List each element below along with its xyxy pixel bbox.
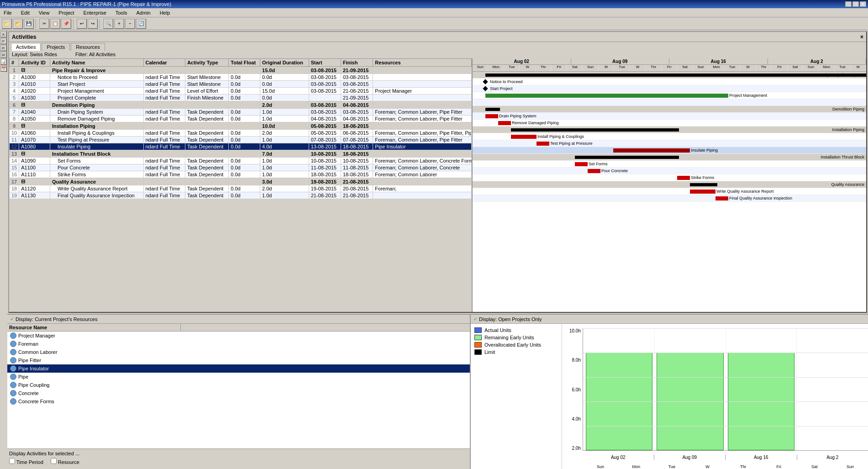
toolbar-copy[interactable]: 📋 [50,19,60,29]
toolbar-new[interactable]: 📁 [2,19,12,29]
resource-list-item[interactable]: Common Laborer [7,348,470,356]
row-num: 17 [10,178,19,185]
sidebar-wbs-icon[interactable]: W [0,52,7,58]
table-container[interactable]: # Activity ID Activity Name Calendar Act… [9,58,472,312]
panel-close-button[interactable]: × [860,34,863,40]
sidebar-reports-icon[interactable]: 📊 [0,58,7,65]
toolbar-undo[interactable]: ↩ [77,19,87,29]
toolbar-redo[interactable]: ↪ [88,19,98,29]
table-row[interactable]: 8 A1050 Remove Damaged Piping ndard Full… [10,116,472,122]
gantt-chart-row: Project Complete [473,99,866,106]
col-float[interactable]: Total Float [229,59,260,67]
y-label-4: 4.0h [572,416,581,422]
table-row[interactable]: 16 A1110 Strike Forms ndard Full Time Ta… [10,171,472,178]
gantt-day-label: Sat [567,65,583,71]
sidebar-gantt-icon[interactable]: 📅 [0,65,7,72]
sidebar-activities-icon[interactable]: A [0,31,7,37]
resource-icon [10,390,16,396]
row-activity-name: Drain Piping System [50,109,143,116]
toolbar-zoom-in[interactable]: + [114,19,124,29]
row-finish: 03-08-2015 [341,74,373,81]
tab-activities[interactable]: Activities [11,43,41,51]
resource-list-item[interactable]: Pipe Insulator [7,364,470,373]
gantt-task-label: Pour Concrete [601,169,628,173]
gantt-summary-bar [511,128,679,132]
menu-enterprise[interactable]: Enterprise [82,9,108,16]
table-row[interactable]: 3 A1010 Start Project ndard Full Time St… [10,81,472,88]
close-button[interactable]: × [860,1,866,7]
menu-admin[interactable]: Admin [134,9,152,16]
toolbar-cut[interactable]: ✂ [39,19,49,29]
toolbar-zoom-out[interactable]: − [125,19,135,29]
tab-projects[interactable]: Projects [42,43,70,51]
menu-tools[interactable]: Tools [114,9,129,16]
row-duration: 3.0d [260,178,309,185]
resource-list-item[interactable]: Pipe Coupling [7,381,470,389]
resource-list-item[interactable]: Project Manager [7,332,470,340]
table-row[interactable]: 17 ⊟ Quality Assurance 3.0d 19-08-2015 2… [10,178,472,185]
toolbar-save[interactable]: 💾 [24,19,34,29]
row-float: 0.0d [229,185,260,192]
gantt-chart-row: Pipe Repair & Improve [473,72,866,79]
menu-file[interactable]: File [2,9,14,16]
table-row[interactable]: 14 A1090 Set Forms ndard Full Time Task … [10,158,472,164]
sidebar-resources-icon[interactable]: R [0,45,7,51]
gantt-day-label: Fri [662,65,677,71]
gantt-chart-row: Drain Piping System [473,113,866,120]
toolbar-open[interactable]: 📂 [13,19,23,29]
menu-view[interactable]: View [37,9,52,16]
table-row[interactable]: 9 ⊟ Installation Piping 10.0d 05-08-2015… [10,122,472,130]
x-day-tue1: Tue [654,464,689,469]
minimize-button[interactable]: _ [845,1,852,7]
col-start[interactable]: Start [309,59,341,67]
tab-resources[interactable]: Resources [71,43,105,51]
menu-project[interactable]: Project [57,9,76,16]
resource-list-item[interactable]: Foreman [7,340,470,348]
table-row[interactable]: 19 A1130 Final Quality Assurance Inspect… [10,192,472,199]
resource-list-item[interactable]: Pipe Fitter [7,356,470,364]
gantt-day-label: Tue [504,65,520,71]
col-finish[interactable]: Finish [341,59,373,67]
gantt-task-bar [588,169,600,173]
row-num: 18 [10,185,19,192]
resource-checkbox-label[interactable]: Resource [51,458,79,465]
col-activity-id[interactable]: Activity ID [19,59,50,67]
table-row[interactable]: 7 A1040 Drain Piping System ndard Full T… [10,109,472,116]
table-row[interactable]: 5 A1030 Project Complete ndard Full Time… [10,95,472,101]
menu-edit[interactable]: Edit [19,9,32,16]
row-start: 19-08-2015 [309,178,341,185]
table-row[interactable]: 12 A1080 Insulate Piping ndard Full Time… [10,143,472,150]
table-row[interactable]: 13 ⊟ Installation Thrust Block 7.0d 10-0… [10,150,472,158]
resource-list-item[interactable]: Concrete [7,389,470,397]
table-row[interactable]: 4 A1020 Project Management ndard Full Ti… [10,88,472,95]
table-row[interactable]: 2 A1000 Notice to Proceed ndard Full Tim… [10,74,472,81]
col-type[interactable]: Activity Type [185,59,228,67]
table-row[interactable]: 18 A1120 Write Quality Assurance Report … [10,185,472,192]
y-label-8: 8.0h [572,358,581,363]
resource-icon [10,398,16,405]
time-period-checkbox-label[interactable]: Time Period [9,458,43,465]
table-row[interactable]: 10 A1060 Install Piping & Couplings ndar… [10,130,472,137]
sidebar-projects-icon[interactable]: P [0,38,7,44]
menu-help[interactable]: Help [158,9,172,16]
col-resources[interactable]: Resources [373,59,472,67]
time-period-checkbox[interactable] [9,458,15,464]
gridline-60 [583,401,868,402]
resource-list-item[interactable]: Pipe [7,373,470,381]
col-calendar[interactable]: Calendar [143,59,185,67]
table-row[interactable]: 15 A1100 Pour Concrete ndard Full Time T… [10,164,472,171]
toolbar-refresh[interactable]: 🔄 [136,19,146,29]
x-axis-days: Sun Mon Tue W Thr Fri Sat Sun [583,464,868,469]
row-activity-id: A1110 [19,171,50,178]
toolbar-filter[interactable]: 🔍 [103,19,113,29]
row-resources: Foreman; Common Laborer, Pipe Fitter [373,116,472,122]
col-activity-name[interactable]: Activity Name [50,59,143,67]
toolbar-paste[interactable]: 📌 [61,19,71,29]
table-row[interactable]: 1 ⊟ Pipe Repair & Improve 15.0d 03-08-20… [10,67,472,74]
col-duration[interactable]: Original Duration [260,59,309,67]
table-row[interactable]: 11 A1070 Test Piping at Pressure ndard F… [10,137,472,143]
resource-checkbox[interactable] [51,458,57,464]
resource-list-item[interactable]: Concrete Forms [7,397,470,406]
maximize-button[interactable]: □ [852,1,859,7]
table-row[interactable]: 6 ⊟ Demolition Piping 2.0d 03-08-2015 04… [10,101,472,109]
